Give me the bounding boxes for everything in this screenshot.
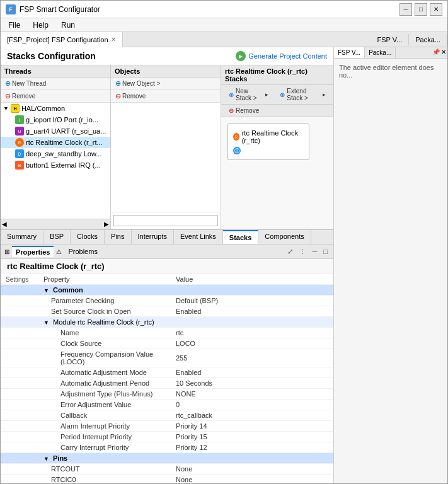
remove-stack-button[interactable]: ⊖ Remove	[225, 107, 263, 115]
stacks-action-toolbar: ⊕ New Stack > ▸ ⊕ Extend Stack > ▸	[221, 85, 333, 105]
val-source-clock[interactable]: Enabled	[171, 306, 333, 317]
pins-expand-arrow[interactable]: ▼	[43, 456, 49, 462]
properties-scroll-area: Settings Property Value ▼ C	[1, 274, 333, 483]
val-param-checking[interactable]: Default (BSP)	[171, 296, 333, 306]
section-common: ▼ Common	[1, 285, 333, 296]
prop-row-callback: Callback rtc_callback	[1, 410, 333, 421]
module-expand-arrow[interactable]: ▼	[43, 320, 49, 326]
val-err-adj-val[interactable]: 0	[171, 400, 333, 410]
tab-interrupts[interactable]: Interrupts	[132, 230, 174, 244]
prop-row-period-intr: Period Interrupt Priority Priority 15	[1, 432, 333, 442]
rtc-stack-card[interactable]: R rtc Realtime Clock (r_rtc) ⓘ	[227, 124, 309, 160]
hal-label: HAL/Common	[21, 105, 65, 112]
right-tab-fsp[interactable]: FSP V...	[334, 47, 365, 58]
prop-rtcout: RTCOUT	[38, 464, 171, 475]
minimize-button[interactable]: ─	[399, 3, 412, 16]
objects-panel-header: Objects	[111, 66, 221, 78]
remove-stack-icon: ⊖	[229, 107, 234, 114]
common-expand-arrow[interactable]: ▼	[43, 287, 49, 294]
right-tab-packa[interactable]: Packa...	[365, 47, 396, 58]
menu-file[interactable]: File	[6, 20, 23, 30]
main-tab-close[interactable]: ✕	[111, 36, 116, 43]
tree-item-uart[interactable]: U g_uart4 UART (r_sci_ua...	[1, 125, 110, 137]
extend-stack-button[interactable]: ⊕ Extend Stack > ▸	[276, 87, 330, 102]
remove-object-button[interactable]: ⊖ Remove	[113, 91, 147, 101]
tab-bsp[interactable]: BSP	[43, 230, 71, 244]
tree-item-hal[interactable]: ▼ H HAL/Common	[1, 103, 110, 114]
val-alarm-intr[interactable]: Priority 14	[171, 421, 333, 432]
columns-tool-button[interactable]: ⋮	[297, 247, 308, 256]
val-carry-intr[interactable]: Priority 12	[171, 442, 333, 453]
threads-panel-header: Threads	[1, 66, 110, 78]
stacks-panel-title: rtc Realtime Clock (r_rtc) Stacks	[225, 67, 330, 83]
remove-thread-button[interactable]: ⊖ Remove	[3, 91, 37, 101]
new-object-label: New Object >	[122, 80, 160, 87]
tree-item-rtc[interactable]: R rtc Realtime Clock (r_rt...	[1, 137, 110, 148]
properties-tbody: ▼ Common Parameter Checking Default (BSP…	[1, 285, 333, 484]
val-callback[interactable]: rtc_callback	[171, 410, 333, 421]
objects-search-input[interactable]	[113, 215, 218, 226]
val-rtcout[interactable]: None	[171, 464, 333, 475]
side-tab-packa[interactable]: Packa...	[409, 34, 447, 45]
button1-icon: B	[15, 161, 24, 170]
module-section-label: Module rtc Realtime Clock (r_rtc)	[53, 318, 154, 326]
side-tab-bar: FSP V... Packa...	[371, 32, 448, 47]
tab-event-links[interactable]: Event Links	[174, 230, 223, 244]
val-clock-source[interactable]: LOCO	[171, 338, 333, 349]
tab-pins[interactable]: Pins	[105, 230, 131, 244]
right-panel-tab-bar: FSP V... Packa... 📌 ✕	[334, 47, 447, 59]
tab-stacks[interactable]: Stacks	[223, 230, 258, 244]
tab-clocks[interactable]: Clocks	[71, 230, 105, 244]
prop-freq-comp: Frequency Comparision Value (LOCO)	[38, 349, 171, 367]
val-auto-adj-mode[interactable]: Enabled	[171, 367, 333, 378]
minimize-panel-button[interactable]: ─	[311, 247, 319, 256]
generate-icon: ▶	[236, 51, 246, 61]
tree-item-button1[interactable]: B button1 External IRQ (...	[1, 159, 110, 171]
config-header: Stacks Configuration ▶ Generate Project …	[1, 47, 333, 66]
tree-item-deepsw[interactable]: D deep_sw_standby Low...	[1, 148, 110, 159]
hal-expand-arrow[interactable]: ▼	[3, 105, 9, 112]
properties-icon: ⊞	[4, 248, 9, 255]
prop-callback: Callback	[38, 410, 171, 421]
main-editor-tab[interactable]: [FSP_Project] FSP Configuration ✕	[1, 32, 123, 47]
ioport-icon: I	[15, 115, 24, 124]
problems-icon: ⚠	[56, 248, 62, 255]
col-settings-header: Settings	[1, 274, 38, 285]
val-adj-type[interactable]: NONE	[171, 389, 333, 400]
maximize-panel-button[interactable]: □	[321, 247, 330, 256]
tab-components[interactable]: Components	[258, 230, 311, 244]
right-panel-pin-button[interactable]: 📌	[432, 49, 440, 57]
val-freq-comp[interactable]: 255	[171, 349, 333, 367]
new-thread-icon: ⊕	[5, 79, 11, 88]
menu-help[interactable]: Help	[30, 20, 51, 30]
tab-problems[interactable]: Problems	[64, 246, 101, 256]
objects-tree-area	[111, 103, 221, 212]
side-tab-fsp[interactable]: FSP V...	[371, 34, 410, 45]
tree-item-ioport[interactable]: I g_ioport I/O Port (r_io...	[1, 114, 110, 125]
stacks-config-panel: rtc Realtime Clock (r_rtc) Stacks ⊕ New …	[221, 66, 333, 229]
prop-auto-adj-period: Automatic Adjustment Period	[38, 378, 171, 389]
val-period-intr[interactable]: Priority 15	[171, 432, 333, 442]
new-stack-button[interactable]: ⊕ New Stack > ▸	[225, 87, 272, 102]
objects-search-area	[111, 212, 221, 229]
export-tool-button[interactable]: ⤢	[285, 247, 295, 256]
right-panel-close-button[interactable]: ✕	[441, 49, 446, 57]
val-auto-adj-period[interactable]: 10 Seconds	[171, 378, 333, 389]
prop-adj-type: Adjustment Type (Plus-Minus)	[38, 389, 171, 400]
generate-project-button[interactable]: ▶ Generate Project Content	[236, 51, 327, 61]
tab-properties[interactable]: Properties	[12, 246, 54, 257]
right-panel-content: The active editor element does no...	[334, 59, 447, 483]
val-rtcic0[interactable]: None	[171, 475, 333, 484]
close-button[interactable]: ✕	[430, 3, 442, 16]
prop-alarm-intr: Alarm Interrupt Priority	[38, 421, 171, 432]
new-object-button[interactable]: ⊕ New Object >	[113, 79, 162, 88]
ioport-label: g_ioport I/O Port (r_io...	[26, 116, 98, 124]
right-panel-text: The active editor element does no...	[339, 64, 434, 79]
tab-summary[interactable]: Summary	[1, 230, 43, 244]
new-thread-button[interactable]: ⊕ New Thread	[3, 79, 48, 88]
bottom-panel: ⊞ Properties ⚠ Problems ⤢ ⋮ ─ □ rt	[1, 245, 333, 483]
val-name[interactable]: rtc	[171, 328, 333, 338]
maximize-button[interactable]: □	[415, 3, 427, 16]
app-icon: F	[6, 4, 16, 14]
menu-run[interactable]: Run	[59, 20, 78, 30]
